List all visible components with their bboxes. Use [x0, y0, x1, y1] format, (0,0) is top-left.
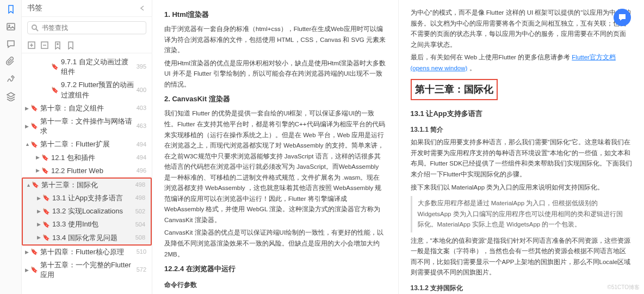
bookmark-label: 9.7.2 Flutter预置的动画过渡组件 — [61, 80, 134, 100]
arrow-expanded-icon[interactable]: ▲ — [25, 141, 30, 148]
bookmark-label: 13.2 实现Localizations — [52, 206, 133, 216]
bookmark-page-number: 498 — [135, 194, 145, 202]
bookmark-label: 13.1 让App支持多语言 — [52, 193, 133, 203]
highlighted-section: ▲🔖第十三章：国际化498▶🔖13.1 让App支持多语言498▶🔖13.2 实… — [22, 177, 152, 246]
attachment-icon[interactable] — [6, 57, 16, 66]
subheading: 命令行参数 — [164, 279, 386, 290]
bookmark-tree-item[interactable]: ▶🔖第十五章：一个完整的Flutter应用572 — [22, 259, 152, 281]
heading: 1. Html渲染器 — [164, 9, 386, 21]
heading: 2. CanvasKit 渲染器 — [164, 93, 386, 105]
bookmark-tree-item[interactable]: ▶🔖第十章：自定义组件403 — [22, 102, 152, 115]
bookmark-page-number: 508 — [135, 234, 145, 242]
bookmark-label: 第十章：自定义组件 — [40, 103, 134, 113]
arrow-collapsed-icon[interactable]: ▶ — [25, 123, 30, 130]
right-document-pane[interactable]: 为中心"的模式，而不是像 Flutter 这样的 UI 框架可以提供的"以应用为… — [398, 0, 645, 294]
arrow-collapsed-icon[interactable]: ▶ — [37, 195, 42, 202]
left-icon-rail — [0, 0, 22, 294]
bookmark-tree: 🔖9.7.1 自定义动画过渡组件395🔖9.7.2 Flutter预置的动画过渡… — [22, 53, 152, 294]
bookmark-item-icon: 🔖 — [51, 63, 59, 71]
heading: 13.1 让App支持多语言 — [411, 108, 633, 120]
paragraph: 为中心"的模式，而不是像 Flutter 这样的 UI 框架可以提供的"以应用为… — [411, 8, 633, 50]
bookmark-item-icon: 🔖 — [42, 207, 50, 216]
bookmark-label: 第十一章：文件操作与网络请求 — [40, 117, 134, 136]
image-icon[interactable] — [6, 22, 16, 32]
content-area: 1. Html渲染器 由于浏览器有一套自身的标准（html+css），Flutt… — [152, 0, 644, 294]
bookmark-item-icon: 🔖 — [30, 140, 38, 149]
bookmark-tree-item[interactable]: ▶🔖第十一章：文件操作与网络请求463 — [22, 115, 152, 138]
layers-icon[interactable] — [6, 91, 16, 101]
bookmark-page-number: 572 — [137, 266, 146, 274]
arrow-collapsed-icon[interactable]: ▶ — [25, 105, 30, 112]
bookmark-tree-item[interactable]: ▶🔖13.2 实现Localizations502 — [23, 205, 151, 218]
arrow-collapsed-icon[interactable]: ▶ — [37, 221, 42, 228]
bookmark-label: 第十三章：国际化 — [41, 180, 133, 190]
quote-block: 大多数应用程序都是通过 MaterialApp 为入口，但根据低级别的 Widg… — [411, 196, 633, 232]
bookmark-tree-item[interactable]: ▲🔖第十三章：国际化498 — [23, 179, 151, 192]
bookmark-item-icon: 🔖 — [30, 248, 38, 256]
paragraph: 接下来我们以 MaterialApp 类为入口的应用来说明如何支持国际化。 — [411, 182, 633, 193]
chapter-title: 第十三章：国际化 — [415, 81, 493, 98]
search-box[interactable] — [27, 21, 146, 34]
bookmark-page-number: 494 — [137, 154, 146, 162]
bookmark-item-icon: 🔖 — [32, 181, 39, 189]
bookmark-label: 12.1 包和插件 — [51, 153, 134, 163]
search-input[interactable] — [42, 24, 143, 32]
bookmark-page-number: 496 — [137, 167, 146, 175]
bookmark-page-number: 403 — [137, 104, 146, 112]
collapse-icon[interactable] — [139, 4, 146, 12]
bookmark-item-icon: 🔖 — [41, 167, 49, 175]
sidebar-header: 书签 — [22, 0, 152, 17]
arrow-collapsed-icon[interactable]: ▶ — [37, 234, 42, 241]
collapse-all-icon[interactable] — [40, 41, 49, 50]
arrow-collapsed-icon[interactable]: ▶ — [25, 249, 30, 256]
bookmark-tree-item[interactable]: 🔖9.7.2 Flutter预置的动画过渡组件400 — [22, 78, 152, 101]
bookmark-item-icon: 🔖 — [42, 234, 50, 242]
bookmark-outline-icon[interactable] — [66, 41, 75, 50]
bookmark-tree-item[interactable]: ▶🔖13.4 国际化常见问题508 — [23, 231, 151, 244]
bookmark-tree-item[interactable]: ▶🔖12.2 Flutter Web496 — [22, 164, 152, 177]
paragraph: 最后，有关如何在 Web 上使用Flutter 的更多信息请参考 Flutter… — [411, 52, 633, 74]
arrow-collapsed-icon[interactable]: ▶ — [36, 154, 41, 161]
bookmark-toolbar — [22, 39, 152, 53]
add-bookmark-icon[interactable] — [53, 41, 62, 50]
left-document-pane[interactable]: 1. Html渲染器 由于浏览器有一套自身的标准（html+css），Flutt… — [152, 0, 398, 294]
watermark: ©51CTO博客 — [608, 283, 640, 292]
bookmark-label: 9.7.1 自定义动画过渡组件 — [61, 57, 134, 77]
svg-point-1 — [9, 25, 10, 26]
paragraph: CanvasKit 渲染器的优点是可以保证跨端UI绘制的一致性，有更好的性能，以… — [164, 228, 386, 260]
paragraph: 如果我们的应用要支持多种语言，那么我们需要"国际化"它。这意味着我们在开发时需要… — [411, 137, 633, 180]
bookmark-tree-item[interactable]: ▶🔖12.1 包和插件494 — [22, 151, 152, 164]
bookmark-label: 第十四章：Flutter核心原理 — [40, 247, 134, 257]
bookmark-label: 13.4 国际化常见问题 — [52, 233, 133, 243]
bookmark-tree-item[interactable]: ▲🔖第十二章：Flutter扩展494 — [22, 138, 152, 151]
arrow-collapsed-icon[interactable]: ▶ — [36, 167, 41, 174]
paragraph: 我们知道 Flutter 的优势是提供一套自绘的UI框架，可以保证多端UI的一致… — [164, 108, 386, 225]
bookmark-icon[interactable] — [6, 4, 16, 14]
arrow-collapsed-icon[interactable]: ▶ — [37, 208, 42, 215]
bookmark-tree-item[interactable]: 🔖9.7.1 自定义动画过渡组件395 — [22, 56, 152, 78]
bookmark-page-number: 504 — [135, 220, 145, 229]
floating-action-button[interactable] — [614, 9, 631, 26]
arrow-collapsed-icon[interactable]: ▶ — [25, 267, 30, 274]
expand-all-icon[interactable] — [27, 41, 36, 50]
search-icon — [31, 24, 39, 32]
chat-icon — [618, 13, 627, 22]
bookmark-tree-item[interactable]: ▶🔖13.3 使用Intl包504 — [23, 218, 151, 231]
comment-icon[interactable] — [6, 39, 16, 49]
bookmark-page-number: 400 — [137, 86, 146, 94]
paragraph: 注意，"本地化的值和资源"是指我们针对不同语言准备的不同资源，这些资源一般是指文… — [411, 236, 633, 278]
chapter-title-highlight: 第十三章：国际化 — [411, 79, 498, 100]
bookmark-tree-item[interactable]: ▶🔖13.1 让App支持多语言498 — [23, 192, 151, 205]
bookmark-sidebar: 书签 🔖9.7.1 自定义动画过渡组件395🔖9.7.2 Flutter预置的动… — [22, 0, 152, 294]
bookmark-item-icon: 🔖 — [41, 154, 49, 162]
subheading: 13.1.1 简介 — [411, 124, 633, 135]
paragraph: 使用Html渲染器的优点是应用休积相对较小，缺点是使用Html渲染器时大多数 U… — [164, 58, 386, 90]
arrow-expanded-icon[interactable]: ▲ — [26, 182, 32, 189]
bookmark-tree-item[interactable]: ▶🔖第十四章：Flutter核心原理510 — [22, 246, 152, 259]
sidebar-title: 书签 — [27, 3, 139, 13]
signature-icon[interactable] — [6, 74, 16, 84]
bookmark-item-icon: 🔖 — [30, 122, 38, 130]
bookmark-page-number: 494 — [137, 140, 146, 149]
svg-rect-0 — [7, 23, 15, 30]
bookmark-page-number: 463 — [137, 122, 146, 130]
